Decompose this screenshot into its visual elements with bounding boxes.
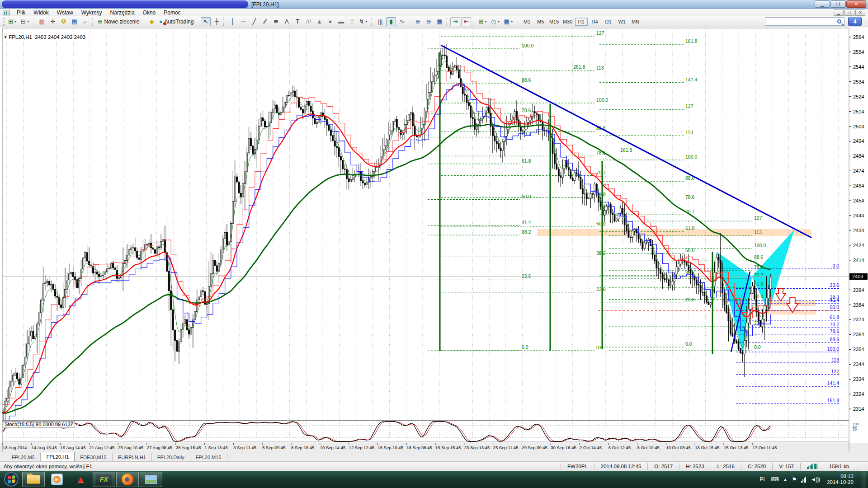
chart-minimize-button[interactable]: ▁	[834, 9, 844, 16]
timeframe-button-mn[interactable]: MN	[629, 18, 642, 26]
chart-tab-fde30-m15[interactable]: FDE30,M15	[75, 453, 113, 461]
objects-grid-button[interactable]: ⁞⁞	[347, 17, 357, 26]
templates-button[interactable]: ▦▼	[502, 17, 514, 26]
collapse-caret-icon[interactable]: ▼	[4, 35, 7, 39]
action-center-flag-icon[interactable]: ⚑	[792, 476, 797, 483]
show-desktop-button[interactable]	[862, 471, 866, 488]
chevron-down-icon[interactable]: ▼	[365, 20, 368, 23]
chevron-down-icon[interactable]: ▼	[510, 20, 514, 23]
ellipse-shape-button[interactable]: ●	[325, 17, 335, 26]
tray-clock[interactable]: 08:13 2014-10-20	[827, 474, 854, 485]
menu-item-okno[interactable]: Okno	[139, 9, 160, 16]
vertical-line-button[interactable]: │	[227, 17, 237, 26]
channel-icon: ∕∕	[264, 18, 266, 25]
taskbar-media-player-icon[interactable]: ▶	[46, 472, 68, 487]
chart-restore-button[interactable]: ❐	[844, 9, 854, 16]
restore-button[interactable]: ❐	[830, 0, 846, 8]
search-icon[interactable]	[837, 19, 841, 23]
hidden-icons-arrow[interactable]: ▲	[783, 477, 788, 482]
zoom-out-button[interactable]: ⊖	[424, 17, 434, 26]
chart-tab-fpl20-h1[interactable]: FPL20,H1	[41, 452, 75, 461]
chevron-down-icon[interactable]: ▼	[27, 20, 30, 23]
periods-button[interactable]: ◷▼	[490, 17, 501, 26]
market-watch-button[interactable]: ▥	[37, 17, 47, 26]
start-button[interactable]	[1, 472, 22, 487]
timeframe-button-m15[interactable]: M15	[548, 18, 561, 26]
vertical-line-icon: │	[231, 18, 234, 25]
arrows-button[interactable]: ↯▼	[358, 17, 369, 26]
chevron-down-icon[interactable]: ▼	[484, 20, 487, 23]
taskbar-explorer-icon[interactable]	[22, 472, 45, 487]
profiles-button[interactable]: ⊟▼	[19, 17, 31, 26]
candlestick-button[interactable]: ▮	[386, 17, 396, 26]
notifications-icon[interactable]: 4	[848, 17, 862, 26]
cursor-button[interactable]: ↖	[201, 17, 211, 26]
zoom-out-icon: ⊖	[426, 18, 431, 25]
timeframe-button-m30[interactable]: M30	[561, 18, 574, 26]
minimize-button[interactable]: ▁	[815, 0, 830, 8]
taskbar-fx-app-icon[interactable]: FX	[93, 472, 115, 487]
autotrading-button[interactable]: ●AutoTrading	[158, 17, 195, 26]
menu-item-widok[interactable]: Widok	[29, 9, 52, 16]
chart-shift-button[interactable]: ⇤	[461, 17, 471, 26]
chevron-down-icon[interactable]: ▼	[14, 20, 17, 23]
fibonacci-button[interactable]: ≋	[271, 17, 281, 26]
triangle-shape-button[interactable]: ▲	[314, 17, 324, 26]
status-segment: O: 2517	[647, 463, 679, 470]
chart-tab-fpl20-daily[interactable]: FPL20,Daily	[152, 453, 190, 461]
terminal-button[interactable]: ▤	[70, 17, 80, 26]
chart-close-button[interactable]: ✕	[855, 9, 865, 16]
rectangle-shape-button[interactable]: ▬	[336, 17, 346, 26]
horizontal-line-button[interactable]: ─	[238, 17, 248, 26]
menu-item-pomoc[interactable]: Pomoc	[160, 9, 184, 16]
timeframe-button-m1[interactable]: M1	[521, 18, 533, 26]
timeframe-button-w1[interactable]: W1	[616, 18, 628, 26]
tile-windows-button[interactable]: ▦	[434, 17, 444, 26]
crosshair-button[interactable]: ┼	[212, 17, 222, 26]
menu-bar: PlikWidokWstawWykresyNarzędziaOknoPomoc …	[0, 9, 868, 16]
channel-button[interactable]: ∕∕	[260, 17, 270, 26]
menu-item-wstaw[interactable]: Wstaw	[53, 9, 77, 16]
indicators-button[interactable]: ⊞▼	[477, 17, 489, 26]
language-indicator[interactable]: PL	[760, 476, 767, 483]
chevron-down-icon[interactable]: ▼	[497, 20, 500, 23]
timeframe-button-m5[interactable]: M5	[534, 18, 547, 26]
menu-item-narzędzia[interactable]: Narzędzia	[106, 9, 139, 16]
periods-icon: ◷	[491, 18, 496, 25]
auto-scroll-button[interactable]: ⇥	[450, 17, 460, 26]
search-box[interactable]	[765, 17, 844, 26]
network-icon[interactable]	[801, 477, 806, 483]
timeframe-button-h4[interactable]: H4	[589, 18, 601, 26]
trendline-button[interactable]: ╱	[249, 17, 259, 26]
taskbar-photo-viewer-icon[interactable]	[140, 472, 162, 487]
menu-item-wykresy[interactable]: Wykresy	[77, 9, 106, 16]
volume-icon[interactable]: ◄)))	[811, 476, 820, 483]
zoom-in-button[interactable]: ⊕	[413, 17, 423, 26]
strategy-tester-button[interactable]: ⌕	[80, 17, 90, 26]
price-chart[interactable]: 0.023.638.241.450.061.870.778.688.6100.0…	[0, 27, 868, 452]
metaeditor-button[interactable]: ◆	[147, 17, 157, 26]
new-order-button[interactable]: ⊕Nowe zlecenie	[96, 17, 141, 26]
close-button[interactable]: ✕	[846, 0, 866, 8]
data-window-button[interactable]: ✛	[48, 17, 58, 26]
timeframe-button-h1[interactable]: H1	[575, 18, 588, 26]
line-chart-button[interactable]: ∿	[397, 17, 407, 26]
shapes-lines-button[interactable]: ///	[303, 17, 313, 26]
taskbar-firefox-icon[interactable]	[116, 472, 139, 487]
menu-item-plik[interactable]: Plik	[13, 9, 29, 16]
chart-tab-fpl20-m5[interactable]: FPL20,M5	[6, 453, 41, 461]
line-chart-icon: ∿	[400, 18, 405, 25]
bar-chart-button[interactable]: |||	[375, 17, 385, 26]
taskbar-aimp-icon[interactable]: ▲	[69, 472, 92, 487]
label-button[interactable]: T	[292, 17, 302, 26]
new-chart-button[interactable]: ⊞▼	[7, 17, 19, 26]
keyboard-icon[interactable]: ⌨	[771, 476, 778, 483]
svg-text:88.6: 88.6	[830, 337, 840, 342]
navigator-button[interactable]: ✪	[59, 17, 69, 26]
svg-text:2444: 2444	[853, 213, 864, 218]
timeframe-button-d1[interactable]: D1	[602, 18, 615, 26]
text-button[interactable]: A	[282, 17, 292, 26]
chart-tab-fpl20-m15[interactable]: FPL20,M15	[190, 453, 227, 461]
search-input[interactable]	[765, 19, 837, 24]
chart-tab-eurpln-h1[interactable]: EURPLN,H1	[113, 453, 152, 461]
